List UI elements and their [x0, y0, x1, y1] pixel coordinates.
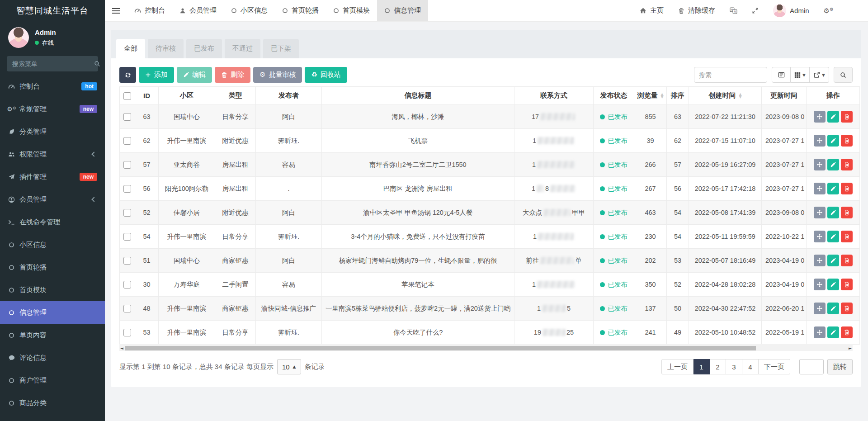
delete-row-button[interactable] — [841, 111, 853, 123]
sidebar-item-小区信息[interactable]: 小区信息 — [0, 233, 105, 256]
row-checkbox[interactable] — [123, 137, 131, 145]
edit-row-button[interactable] — [827, 279, 839, 290]
tab-已发布[interactable]: 已发布 — [186, 39, 222, 58]
delete-row-button[interactable] — [841, 326, 853, 338]
sidebar-item-权限管理[interactable]: 权限管理 — [0, 143, 105, 166]
move-row-button[interactable] — [814, 159, 826, 170]
edit-row-button[interactable] — [827, 207, 839, 218]
edit-row-button[interactable] — [827, 159, 839, 170]
list-detail-view-button[interactable] — [772, 67, 791, 83]
avatar[interactable] — [8, 27, 29, 48]
move-row-button[interactable] — [814, 303, 826, 314]
edit-button[interactable]: 编辑 — [177, 67, 212, 83]
table-search-input[interactable] — [694, 67, 767, 83]
row-checkbox[interactable] — [123, 161, 131, 169]
delete-row-button[interactable] — [841, 159, 853, 170]
search-icon[interactable] — [94, 61, 100, 67]
edit-row-button[interactable] — [827, 135, 839, 147]
sidebar-item-常规管理[interactable]: ⚙⚙常规管理new — [0, 98, 105, 120]
hamburger-menu-icon[interactable] — [105, 0, 127, 21]
navbar-item-信息管理[interactable]: 信息管理 — [377, 0, 428, 21]
tab-已下架[interactable]: 已下架 — [263, 39, 299, 58]
scroll-left-icon[interactable]: ◄ — [120, 346, 123, 350]
sort-icons[interactable]: ▲▼ — [739, 93, 741, 99]
edit-row-button[interactable] — [827, 255, 839, 266]
select-all-checkbox[interactable] — [123, 92, 131, 100]
row-checkbox[interactable] — [123, 329, 131, 336]
navbar-item-控制台[interactable]: 控制台 — [127, 0, 172, 21]
sidebar-item-首页模块[interactable]: 首页模块 — [0, 279, 105, 301]
sidebar-item-商品分类[interactable]: 商品分类 — [0, 392, 105, 414]
page-button-2[interactable]: 2 — [710, 359, 726, 374]
sidebar-item-控制台[interactable]: 控制台hot — [0, 75, 105, 98]
move-row-button[interactable] — [814, 111, 826, 123]
recycle-bin-button[interactable]: ♻回收站 — [305, 67, 347, 83]
delete-row-button[interactable] — [841, 183, 853, 194]
page-jump-button[interactable]: 跳转 — [827, 359, 853, 374]
move-row-button[interactable] — [814, 255, 826, 266]
move-row-button[interactable] — [814, 231, 826, 242]
navbar-item-小区信息[interactable]: 小区信息 — [224, 0, 275, 21]
export-view-button[interactable]: ▼ — [810, 67, 829, 83]
delete-button[interactable]: 删除 — [215, 67, 250, 83]
move-row-button[interactable] — [814, 183, 826, 194]
page-button-4[interactable]: 4 — [742, 359, 759, 374]
add-button[interactable]: 添加 — [139, 67, 174, 83]
grid-view-button[interactable]: ▼ — [791, 67, 810, 83]
refresh-button[interactable] — [119, 67, 136, 83]
edit-row-button[interactable] — [827, 111, 839, 123]
sidebar-item-信息管理[interactable]: 信息管理 — [0, 301, 105, 324]
edit-row-button[interactable] — [827, 183, 839, 194]
navbar-item-首页模块[interactable]: 首页模块 — [326, 0, 377, 21]
horizontal-scrollbar[interactable]: ◄ ► — [119, 345, 853, 351]
tab-全部[interactable]: 全部 — [116, 39, 145, 58]
sidebar-item-单页内容[interactable]: 单页内容 — [0, 324, 105, 346]
delete-row-button[interactable] — [841, 135, 853, 147]
navbar-item-首页轮播[interactable]: 首页轮播 — [275, 0, 326, 21]
scrollbar-thumb[interactable] — [125, 346, 756, 350]
move-row-button[interactable] — [814, 207, 826, 218]
sidebar-item-会员管理[interactable]: 会员管理 — [0, 188, 105, 211]
delete-row-button[interactable] — [841, 231, 853, 242]
tab-不通过[interactable]: 不通过 — [225, 39, 260, 58]
sidebar-item-在线命令管理[interactable]: 在线命令管理 — [0, 211, 105, 233]
delete-row-button[interactable] — [841, 255, 853, 266]
settings-button[interactable]: ⚙⚙ — [816, 0, 841, 21]
delete-row-button[interactable] — [841, 303, 853, 314]
row-checkbox[interactable] — [123, 113, 131, 121]
row-checkbox[interactable] — [123, 305, 131, 312]
search-button[interactable] — [834, 67, 853, 83]
row-checkbox[interactable] — [123, 233, 131, 241]
prev-page-button[interactable]: 上一页 — [661, 359, 693, 374]
navbar-item-会员管理[interactable]: 会员管理 — [172, 0, 224, 21]
batch-audit-button[interactable]: ⚙批量审核 — [253, 67, 302, 83]
delete-row-button[interactable] — [841, 207, 853, 218]
translate-button[interactable]: 文A — [722, 0, 745, 21]
home-link[interactable]: 主页 — [632, 0, 671, 21]
page-button-1[interactable]: 1 — [693, 359, 710, 374]
row-checkbox[interactable] — [123, 185, 131, 193]
sidebar-search-input[interactable] — [12, 60, 94, 67]
sidebar-item-首页轮播[interactable]: 首页轮播 — [0, 256, 105, 279]
edit-row-button[interactable] — [827, 231, 839, 242]
row-checkbox[interactable] — [123, 281, 131, 289]
move-row-button[interactable] — [814, 135, 826, 147]
row-checkbox[interactable] — [123, 257, 131, 265]
tab-待审核[interactable]: 待审核 — [148, 39, 184, 58]
move-row-button[interactable] — [814, 279, 826, 290]
page-size-select[interactable]: 10 ▲ — [277, 359, 301, 374]
edit-row-button[interactable] — [827, 326, 839, 338]
clear-cache-button[interactable]: 清除缓存 — [671, 0, 722, 21]
move-row-button[interactable] — [814, 326, 826, 338]
sidebar-item-评论信息[interactable]: 评论信息 — [0, 346, 105, 369]
scroll-right-icon[interactable]: ► — [849, 346, 852, 350]
next-page-button[interactable]: 下一页 — [759, 359, 790, 374]
sidebar-item-商户管理[interactable]: 商户管理 — [0, 369, 105, 392]
sidebar-item-分类管理[interactable]: 分类管理 — [0, 120, 105, 143]
edit-row-button[interactable] — [827, 303, 839, 314]
page-button-3[interactable]: 3 — [726, 359, 742, 374]
delete-row-button[interactable] — [841, 279, 853, 290]
fullscreen-button[interactable] — [745, 0, 766, 21]
page-jump-input[interactable] — [799, 359, 824, 374]
row-checkbox[interactable] — [123, 209, 131, 217]
